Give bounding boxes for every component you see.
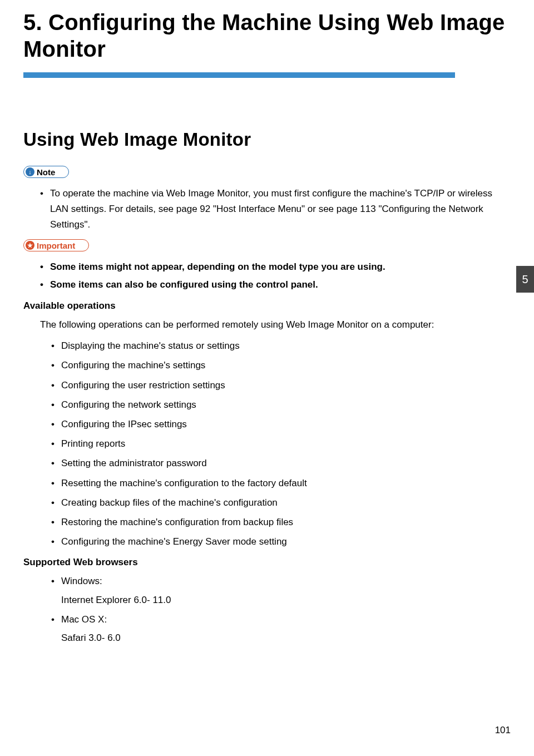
chapter-title: 5. Configuring the Machine Using Web Ima… (23, 0, 511, 62)
important-badge: ★ Important (23, 239, 89, 251)
available-item: Displaying the machine's status or setti… (51, 338, 511, 353)
available-item: Restoring the machine's configuration fr… (51, 515, 511, 530)
browser-os: Mac OS X: (61, 614, 107, 625)
available-item: Setting the administrator password (51, 456, 511, 471)
available-item: Printing reports (51, 436, 511, 451)
available-list: Displaying the machine's status or setti… (23, 338, 511, 549)
note-badge: ↓ Note (23, 166, 69, 178)
important-item: Some items might not appear, depending o… (40, 259, 511, 275)
note-icon: ↓ (26, 167, 34, 176)
available-item: Configuring the IPsec settings (51, 417, 511, 432)
available-item: Creating backup files of the machine's c… (51, 495, 511, 510)
browser-item: Mac OS X: Safari 3.0- 6.0 (51, 612, 511, 645)
note-label: Note (37, 167, 55, 177)
section-title: Using Web Image Monitor (23, 129, 511, 150)
available-item: Configuring the network settings (51, 397, 511, 412)
available-item: Resetting the machine's configuration to… (51, 476, 511, 491)
page-number: 101 (495, 725, 511, 736)
note-item: To operate the machine via Web Image Mon… (40, 186, 511, 233)
browser-detail: Internet Explorer 6.0- 11.0 (61, 592, 511, 607)
browser-item: Windows: Internet Explorer 6.0- 11.0 (51, 574, 511, 607)
important-icon: ★ (26, 241, 34, 250)
important-list: Some items might not appear, depending o… (23, 259, 511, 293)
browsers-list: Windows: Internet Explorer 6.0- 11.0 Mac… (23, 574, 511, 645)
browsers-heading: Supported Web browsers (23, 557, 511, 568)
browser-os: Windows: (61, 576, 102, 586)
available-intro: The following operations can be performe… (23, 317, 511, 333)
important-label: Important (37, 241, 75, 250)
browser-detail: Safari 3.0- 6.0 (61, 630, 511, 645)
available-heading: Available operations (23, 300, 511, 312)
available-item: Configuring the machine's Energy Saver m… (51, 534, 511, 549)
available-item: Configuring the machine's settings (51, 358, 511, 373)
chapter-divider (23, 72, 455, 78)
available-item: Configuring the user restriction setting… (51, 378, 511, 393)
chapter-tab: 5 (516, 266, 534, 293)
note-list: To operate the machine via Web Image Mon… (23, 186, 511, 233)
important-item: Some items can also be configured using … (40, 277, 511, 293)
